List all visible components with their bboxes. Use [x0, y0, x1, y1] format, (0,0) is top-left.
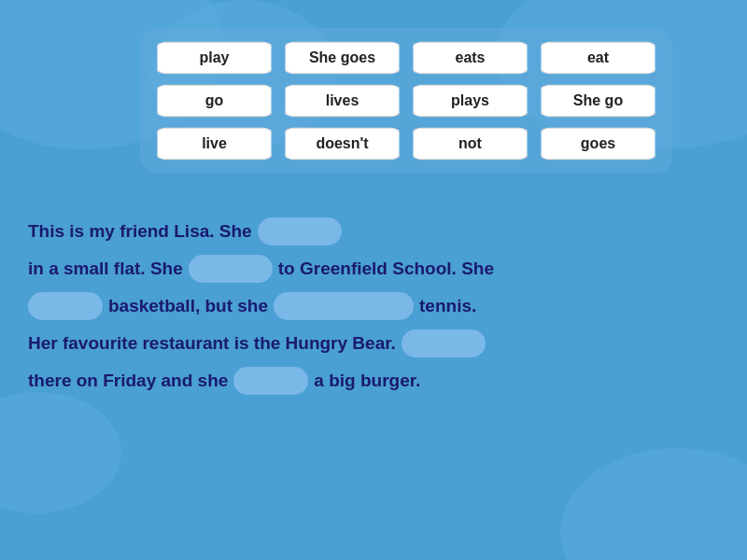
- tile-eat[interactable]: eat: [539, 41, 657, 75]
- line-1: This is my friend Lisa. She: [28, 215, 719, 248]
- tile-go[interactable]: go: [155, 84, 274, 118]
- blank-6[interactable]: [233, 367, 308, 395]
- passage-text: This is my friend Lisa. She in a small f…: [28, 215, 719, 401]
- line-2: in a small flat. She to Greenfield Schoo…: [28, 252, 719, 286]
- tile-doesnt[interactable]: doesn't: [283, 127, 402, 161]
- word-bank: playShe goeseatseatgolivesplaysShe goliv…: [140, 28, 672, 174]
- line2-mid: to Greenfield School. She: [278, 252, 494, 286]
- line3-mid2: tennis.: [419, 289, 476, 323]
- tile-lives[interactable]: lives: [283, 84, 402, 118]
- blank-1[interactable]: [258, 217, 342, 245]
- tile-plays[interactable]: plays: [411, 84, 529, 118]
- tile-she-goes[interactable]: She goes: [283, 41, 402, 75]
- blank-4[interactable]: [274, 292, 414, 320]
- line-3: basketball, but she tennis.: [28, 289, 719, 323]
- line3-mid1: basketball, but she: [108, 289, 268, 323]
- line-4: Her favourite restaurant is the Hungry B…: [28, 327, 719, 360]
- line4-text: Her favourite restaurant is the Hungry B…: [28, 327, 396, 360]
- tile-live[interactable]: live: [155, 127, 274, 161]
- tile-goes[interactable]: goes: [539, 127, 657, 161]
- line2-pre: in a small flat. She: [28, 252, 183, 286]
- tile-she-go[interactable]: She go: [539, 84, 657, 118]
- blank-5[interactable]: [402, 329, 486, 357]
- blank-2[interactable]: [189, 255, 273, 283]
- line5-end: a big burger.: [314, 364, 420, 398]
- tile-eats[interactable]: eats: [411, 41, 529, 75]
- line1-text: This is my friend Lisa. She: [28, 215, 252, 248]
- tile-not[interactable]: not: [411, 127, 529, 161]
- blank-3[interactable]: [28, 292, 103, 320]
- line5-pre: there on Friday and she: [28, 364, 228, 398]
- tile-play[interactable]: play: [155, 41, 274, 75]
- line-5: there on Friday and she a big burger.: [28, 364, 719, 398]
